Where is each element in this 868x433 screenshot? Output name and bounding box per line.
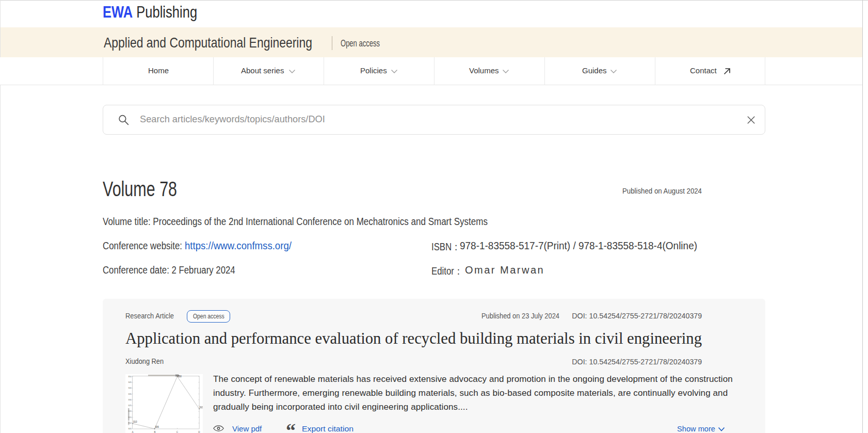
svg-text:323: 323: [200, 406, 203, 409]
svg-text:340: 340: [128, 387, 132, 389]
svg-text:B: B: [154, 431, 155, 433]
svg-text:325: 325: [128, 404, 132, 407]
svg-text:320: 320: [128, 410, 132, 412]
svg-text:305: 305: [128, 427, 132, 430]
svg-text:350: 350: [128, 375, 132, 378]
svg-text:310: 310: [133, 421, 137, 423]
svg-text:310: 310: [128, 422, 132, 424]
svg-text:350: 350: [178, 375, 182, 378]
svg-text:345: 345: [128, 381, 132, 383]
svg-text:335: 335: [128, 393, 132, 395]
svg-text:315: 315: [128, 416, 132, 419]
svg-text:306: 306: [155, 426, 159, 428]
svg-text:330: 330: [128, 398, 132, 401]
